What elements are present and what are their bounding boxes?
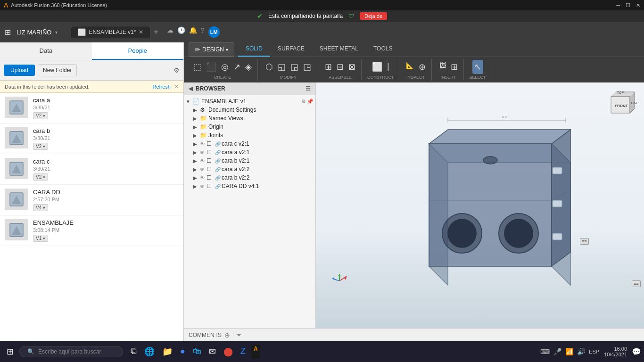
assemble-new-comp-button[interactable]: ⊞ bbox=[323, 60, 334, 74]
add-comment-button[interactable]: ⊕ bbox=[224, 331, 230, 339]
main-tab[interactable]: ⬜ ENSAMBLAJE v1* ✕ bbox=[71, 26, 150, 38]
modify-shell-button[interactable]: ◳ bbox=[301, 60, 313, 74]
tree-item-9[interactable]: ▶ 👁 ☐ 🔗 CARA DD v4:1 bbox=[184, 182, 315, 190]
help-icon[interactable]: ? bbox=[201, 26, 205, 38]
create-sketch-button[interactable]: ⬚ bbox=[191, 60, 203, 74]
tab-surface[interactable]: SURFACE bbox=[270, 42, 312, 57]
notification-panel-icon[interactable]: 💬 bbox=[632, 347, 641, 356]
tree-link-4[interactable]: 🔗 bbox=[215, 141, 222, 147]
file-item-2[interactable]: cara c 3/30/21 V2 ▾ bbox=[0, 154, 183, 185]
tree-item-4[interactable]: ▶ 👁 ☐ 🔗 cara c v2:1 bbox=[184, 140, 315, 148]
create-revolve-button[interactable]: ◎ bbox=[219, 60, 231, 74]
tab-solid[interactable]: SOLID bbox=[238, 42, 270, 57]
create-loft-button[interactable]: ◈ bbox=[243, 60, 254, 74]
tree-vis-6[interactable]: 👁 bbox=[200, 158, 206, 164]
notification-icon[interactable]: 🔔 bbox=[189, 26, 197, 38]
new-folder-button[interactable]: New Folder bbox=[38, 64, 77, 76]
insert-image-button[interactable]: 🖼 bbox=[438, 60, 448, 74]
file-item-4[interactable]: ENSAMBLAJE 3:08:14 PM V1 ▾ bbox=[0, 215, 183, 246]
tree-vis-8[interactable]: 👁 bbox=[200, 175, 206, 181]
tree-item-6[interactable]: ▶ 👁 ☐ 🔗 cara b v2:1 bbox=[184, 156, 315, 165]
tree-root[interactable]: ▼ 📄 ENSAMBLAJE v1 ⚙ 📌 bbox=[184, 97, 315, 106]
tree-item-3[interactable]: ▶ 📁 Joints bbox=[184, 131, 315, 140]
settings-icon[interactable]: ⚙ bbox=[173, 66, 180, 74]
construct-axis-button[interactable]: | bbox=[385, 60, 391, 74]
tree-item-7[interactable]: ▶ 👁 ☐ 🔗 cara a v2:2 bbox=[184, 165, 315, 173]
tree-vis-4[interactable]: 👁 bbox=[200, 141, 206, 147]
taskbar-search[interactable]: 🔍 Escribe aquí para buscar bbox=[19, 346, 123, 357]
tree-link-6[interactable]: 🔗 bbox=[215, 158, 222, 164]
root-pin-icon[interactable]: 📌 bbox=[307, 99, 314, 105]
edge-icon[interactable]: 🌐 bbox=[142, 345, 157, 359]
store-icon[interactable]: 🛍 bbox=[191, 345, 203, 359]
create-extrude-button[interactable]: ⬛ bbox=[204, 60, 218, 74]
tree-vis-9[interactable]: 👁 bbox=[200, 184, 206, 189]
maximize-button[interactable]: ☐ bbox=[626, 2, 630, 8]
modify-chamfer-button[interactable]: ◲ bbox=[289, 60, 300, 74]
tree-item-5[interactable]: ▶ 👁 ☐ 🔗 cara a v2:1 bbox=[184, 148, 315, 156]
tree-link-9[interactable]: 🔗 bbox=[215, 184, 222, 189]
cloud-icon[interactable]: ☁ bbox=[167, 26, 173, 38]
select-button[interactable]: ↖ bbox=[472, 60, 483, 74]
explorer-icon[interactable]: 📁 bbox=[160, 345, 174, 359]
tree-vis-5[interactable]: 👁 bbox=[200, 150, 206, 155]
tab-people[interactable]: People bbox=[92, 42, 184, 60]
assemble-rigid-button[interactable]: ⊠ bbox=[347, 60, 357, 74]
minimize-button[interactable]: ─ bbox=[616, 2, 620, 8]
mail-icon[interactable]: ✉ bbox=[207, 345, 218, 359]
viewport-3d[interactable]: ○○ ≡≡ ≡≡ ≡≡ FRONT TOP bbox=[316, 82, 644, 328]
history-icon[interactable]: 🕐 bbox=[177, 26, 185, 38]
tree-item-1[interactable]: ▶ 📁 Named Views bbox=[184, 114, 315, 123]
tree-link-8[interactable]: 🔗 bbox=[215, 175, 222, 181]
file-item-1[interactable]: cara b 3/30/21 V2 ▾ bbox=[0, 123, 183, 154]
stop-sharing-button[interactable]: Deja de bbox=[360, 12, 387, 20]
root-settings-icon[interactable]: ⚙ bbox=[301, 99, 306, 105]
user-name[interactable]: LIZ MARIÑO bbox=[17, 29, 51, 36]
close-tab-button[interactable]: ✕ bbox=[139, 29, 143, 35]
comments-collapse-button[interactable]: ⏷ bbox=[236, 332, 242, 338]
browser-collapse-button[interactable]: ◀ bbox=[189, 85, 193, 92]
tree-link-7[interactable]: 🔗 bbox=[215, 167, 222, 172]
chrome2-icon[interactable]: ⬤ bbox=[222, 345, 235, 359]
design-button[interactable]: ✏ DESIGN ▾ bbox=[189, 42, 234, 57]
assemble-joint-button[interactable]: ⊟ bbox=[335, 60, 346, 74]
browser-menu-icon[interactable]: ☰ bbox=[305, 85, 311, 92]
user-avatar[interactable]: LM bbox=[208, 26, 220, 38]
volume-icon[interactable]: 🔊 bbox=[577, 348, 585, 355]
start-button[interactable]: ⊞ bbox=[3, 345, 17, 359]
tree-link-5[interactable]: 🔗 bbox=[215, 150, 222, 155]
insert-mcmaster-button[interactable]: ⊞ bbox=[449, 60, 460, 74]
close-banner-button[interactable]: ✕ bbox=[174, 83, 179, 90]
tree-item-8[interactable]: ▶ 👁 ☐ 🔗 cara b v2:2 bbox=[184, 173, 315, 182]
new-tab-button[interactable]: + bbox=[153, 27, 158, 37]
taskview-icon[interactable]: ⧉ bbox=[129, 345, 139, 359]
file-item-0[interactable]: cara a 3/30/21 V2 ▾ bbox=[0, 93, 183, 123]
tab-data[interactable]: Data bbox=[0, 42, 92, 60]
create-sweep-button[interactable]: ↗ bbox=[231, 60, 242, 74]
construct-plane-button[interactable]: ⬜ bbox=[370, 60, 384, 74]
modify-press-pull-button[interactable]: ⬡ bbox=[264, 60, 275, 74]
title-bar-right[interactable]: ─ ☐ ✕ bbox=[616, 2, 640, 8]
file-item-3[interactable]: CARA DD 2:57:20 PM V4 ▾ bbox=[0, 185, 183, 215]
grid-icon[interactable]: ⊞ bbox=[5, 28, 11, 37]
tab-tools[interactable]: TOOLS bbox=[366, 42, 400, 57]
network-icon[interactable]: 📶 bbox=[565, 348, 573, 355]
tab-sheet-metal[interactable]: SHEET METAL bbox=[312, 42, 366, 57]
fusion-icon[interactable]: A bbox=[251, 345, 260, 359]
lang-indicator[interactable]: ESP bbox=[589, 349, 599, 354]
user-dropdown-icon[interactable]: ▾ bbox=[55, 30, 58, 35]
zoom-icon[interactable]: Z bbox=[239, 345, 248, 359]
tree-vis-7[interactable]: 👁 bbox=[200, 167, 206, 172]
inspect-measure-button[interactable]: 📐 bbox=[404, 60, 416, 74]
refresh-link[interactable]: Refresh bbox=[152, 84, 171, 90]
tree-item-0[interactable]: ▶ ⚙ Document Settings bbox=[184, 106, 315, 114]
upload-button[interactable]: Upload bbox=[4, 65, 35, 76]
inspect-interference-button[interactable]: ⊕ bbox=[417, 60, 428, 74]
nav-cube[interactable]: FRONT TOP RIGHT bbox=[602, 87, 639, 125]
tree-item-2[interactable]: ▶ 📁 Origin bbox=[184, 123, 315, 131]
mic-icon[interactable]: 🎤 bbox=[553, 348, 561, 355]
close-button[interactable]: ✕ bbox=[636, 2, 640, 8]
modify-fillet-button[interactable]: ◱ bbox=[276, 60, 288, 74]
keyboard-icon[interactable]: ⌨ bbox=[540, 348, 550, 355]
chrome-icon[interactable]: ● bbox=[178, 345, 187, 359]
